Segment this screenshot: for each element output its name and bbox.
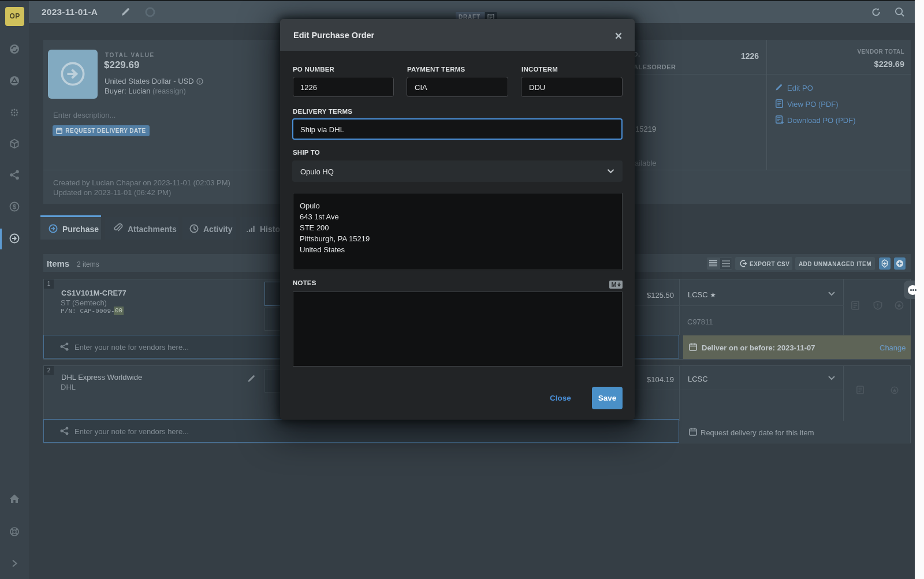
svg-text:$: $: [13, 203, 16, 210]
svg-text:M: M: [612, 281, 617, 288]
